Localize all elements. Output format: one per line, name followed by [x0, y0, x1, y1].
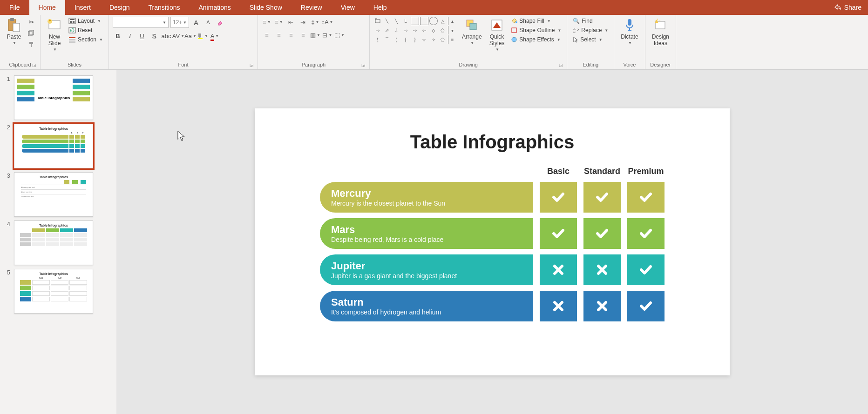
share-button[interactable]: Share [827, 4, 868, 11]
align-right-button[interactable]: ≡ [286, 30, 296, 40]
thumbnail-5[interactable]: Table Infographics Col1Col2Col3 [14, 269, 93, 314]
clear-format-button[interactable] [215, 17, 225, 27]
launcher-icon[interactable]: ◲ [559, 63, 563, 67]
effects-icon [511, 36, 517, 43]
check-icon[interactable] [583, 218, 621, 249]
thumbnail-4[interactable]: Table Infographics [14, 220, 93, 265]
check-icon[interactable] [627, 254, 665, 285]
indent-inc-button[interactable]: ⇥ [298, 17, 308, 27]
row-label[interactable]: JupiterJupiter is a gas giant and the bi… [320, 254, 533, 285]
new-slide-button[interactable]: New Slide ▼ [44, 17, 65, 53]
thumbnail-row[interactable]: 4 Table Infographics [0, 219, 116, 267]
check-icon[interactable] [627, 218, 665, 249]
row-label[interactable]: MarsDespite being red, Mars is a cold pl… [320, 218, 533, 249]
align-left-button[interactable]: ≡ [262, 30, 272, 40]
tab-insert[interactable]: Insert [65, 0, 100, 15]
thumbnail-row[interactable]: 1 Table Infographics [0, 73, 116, 122]
thumbnail-row[interactable]: 5 Table Infographics Col1Col2Col3 [0, 267, 116, 315]
tab-review[interactable]: Review [292, 0, 332, 15]
layout-button[interactable]: Layout▼ [67, 17, 105, 25]
shape-effects-button[interactable]: Shape Effects▼ [509, 35, 563, 44]
launcher-icon[interactable]: ◲ [32, 63, 36, 67]
case-button[interactable]: Aa▼ [185, 31, 196, 41]
table-row[interactable]: JupiterJupiter is a gas giant and the bi… [320, 254, 665, 285]
arrange-button[interactable]: Arrange▼ [459, 17, 485, 46]
launcher-icon[interactable]: ◲ [250, 63, 254, 67]
italic-button[interactable]: I [125, 31, 135, 41]
launcher-icon[interactable]: ◲ [361, 63, 366, 67]
columns-icon: ▥ [310, 32, 316, 39]
align-center-button[interactable]: ≡ [274, 30, 284, 40]
thumbnail-3[interactable]: Table Infographics Mercury row text Mars… [14, 172, 93, 217]
thumbnail-2[interactable]: Table Infographics BSP [14, 124, 93, 168]
text-direction-button[interactable]: ↕A▼ [322, 17, 332, 27]
grow-font-button[interactable]: A [191, 17, 201, 27]
tab-design[interactable]: Design [100, 0, 139, 15]
table-row[interactable]: SaturnIt's composed of hydrogen and heli… [320, 291, 665, 321]
shadow-button[interactable]: S [149, 31, 159, 41]
numbering-button[interactable]: ≡▼ [274, 17, 284, 27]
design-ideas-button[interactable]: Design Ideas [649, 17, 672, 47]
dictate-button[interactable]: Dictate▼ [618, 17, 641, 46]
cross-icon[interactable] [540, 291, 577, 321]
font-color-button[interactable]: A▼ [210, 31, 220, 41]
table-row[interactable]: MarsDespite being red, Mars is a cold pl… [320, 218, 665, 249]
cut-button[interactable]: ✂ [26, 17, 36, 27]
check-icon[interactable] [583, 182, 621, 213]
smartart-button[interactable]: ⬚▼ [334, 30, 345, 40]
tab-help[interactable]: Help [364, 0, 396, 15]
justify-button[interactable]: ≡ [298, 30, 308, 40]
tab-slideshow[interactable]: Slide Show [240, 0, 292, 15]
replace-button[interactable]: abacReplace▼ [571, 26, 610, 34]
slide-thumbnails[interactable]: 1 Table Infographics 2 Table Infographic… [0, 70, 116, 414]
find-button[interactable]: 🔍Find [571, 17, 594, 25]
cross-icon[interactable] [583, 254, 621, 285]
current-slide[interactable]: Table Infographics Basic Standard Premiu… [255, 108, 730, 375]
check-icon[interactable] [540, 218, 577, 249]
bullets-button[interactable]: ≡▼ [262, 17, 272, 27]
slide-editor[interactable]: Table Infographics Basic Standard Premiu… [116, 70, 868, 414]
slide-title[interactable]: Table Infographics [283, 132, 702, 153]
thumbnail-1[interactable]: Table Infographics [14, 75, 93, 120]
format-painter-button[interactable] [26, 39, 36, 49]
table-row[interactable]: MercuryMercury is the closest planet to … [320, 182, 665, 213]
strike-button[interactable]: abc [161, 31, 171, 41]
reset-button[interactable]: Reset [67, 26, 105, 34]
quick-styles-button[interactable]: Quick Styles▼ [487, 17, 508, 53]
main-area: 1 Table Infographics 2 Table Infographic… [0, 70, 868, 414]
tab-transitions[interactable]: Transitions [139, 0, 190, 15]
indent-dec-button[interactable]: ⇤ [286, 17, 296, 27]
replace-icon: abac [573, 27, 579, 33]
thumbnail-row[interactable]: 2 Table Infographics BSP [0, 122, 116, 170]
tab-animations[interactable]: Animations [189, 0, 240, 15]
shape-outline-button[interactable]: Shape Outline▼ [509, 26, 563, 34]
font-size-combo[interactable]: 12+▼ [170, 17, 189, 28]
row-label[interactable]: SaturnIt's composed of hydrogen and heli… [320, 291, 533, 321]
select-button[interactable]: Select▼ [571, 35, 604, 44]
tab-home[interactable]: Home [29, 0, 65, 15]
paste-button[interactable]: Paste ▼ [4, 17, 24, 46]
font-name-combo[interactable]: ▼ [113, 17, 169, 28]
cross-icon[interactable] [540, 254, 577, 285]
shapes-gallery[interactable]: ╲ ╲ L △ ▴ ⇨ ⬀ ⇩ ⇨ ⇨ ⇦ ◇ ⬠ ▾ ⟆ ⌒ ( { [373, 17, 457, 44]
align-text-button[interactable]: ⊟▼ [322, 30, 332, 40]
check-icon[interactable] [540, 182, 577, 213]
thumbnail-row[interactable]: 3 Table Infographics Mercury row text Ma… [0, 170, 116, 219]
tab-view[interactable]: View [332, 0, 364, 15]
copy-button[interactable] [26, 28, 36, 38]
bold-button[interactable]: B [113, 31, 123, 41]
check-icon[interactable] [627, 291, 665, 321]
check-icon[interactable] [627, 182, 665, 213]
columns-button[interactable]: ▥▼ [310, 30, 320, 40]
shape-fill-button[interactable]: Shape Fill▼ [509, 17, 563, 25]
tab-bar: File Home Insert Design Transitions Anim… [0, 0, 868, 15]
highlight-button[interactable]: ▼ [197, 31, 208, 41]
spacing-button[interactable]: AV▼ [173, 31, 183, 41]
underline-button[interactable]: U [137, 31, 147, 41]
row-label[interactable]: MercuryMercury is the closest planet to … [320, 182, 533, 213]
tab-file[interactable]: File [0, 0, 29, 15]
shrink-font-button[interactable]: A [203, 17, 213, 27]
cross-icon[interactable] [583, 291, 621, 321]
line-spacing-button[interactable]: ‡▼ [310, 17, 320, 27]
section-button[interactable]: Section▼ [67, 35, 105, 44]
